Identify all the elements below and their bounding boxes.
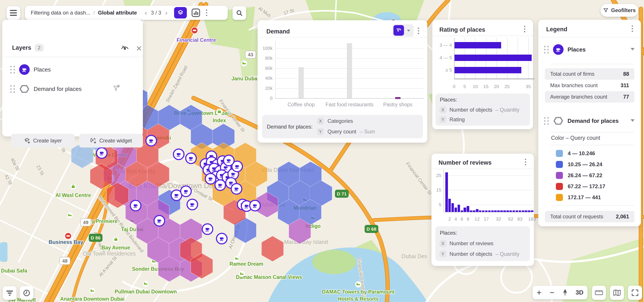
legend-demand-collapse[interactable] [630,119,634,122]
menu-button[interactable] [6,6,20,20]
metro-station-icon[interactable] [65,233,72,239]
ruler-button[interactable] [592,286,606,300]
place-marker[interactable] [224,155,234,166]
reviews-bar[interactable] [473,210,476,212]
place-marker[interactable] [250,200,260,211]
place-marker[interactable] [187,199,198,210]
lodging-poi-icon[interactable] [89,288,96,294]
reviews-bar[interactable] [522,210,524,212]
reviews-bar[interactable] [497,210,500,212]
reviews-bar[interactable] [476,209,478,212]
reviews-bar[interactable] [494,210,497,212]
layers-toggle-button[interactable] [174,7,187,19]
reviews-bar[interactable] [445,172,448,212]
time-filter-button[interactable] [20,286,34,300]
map-label: Ramee Dream [230,261,263,267]
reviews-bar[interactable] [464,208,466,212]
x-axis-chip: X [439,106,446,113]
metro-station-icon[interactable] [191,27,198,34]
drag-handle[interactable] [544,117,549,125]
reviews-bar[interactable] [516,210,518,212]
rating-xtick: 35 [524,84,533,89]
map-filter-button[interactable] [3,286,16,300]
reviews-bar[interactable] [491,210,494,212]
fullscreen-button[interactable] [628,286,642,300]
legend-demand-section[interactable]: Demand for places [544,115,619,127]
reviews-bar[interactable] [452,203,454,212]
close-layers-panel-button[interactable]: ✕ [136,44,142,53]
search-button[interactable] [232,6,246,20]
reviews-bar[interactable] [528,210,530,212]
reviews-bar[interactable] [467,206,469,212]
demand-bar[interactable] [347,43,352,98]
mode-3d-button[interactable]: 3D [576,289,584,296]
reviews-bar[interactable] [525,210,527,212]
drag-handle[interactable] [544,46,549,54]
map-label: Anantara Downtown Dubai [60,296,124,302]
prev-page-button[interactable]: ‹ [145,9,147,17]
reviews-bar[interactable] [503,210,506,212]
shopping-poi-icon[interactable] [216,109,222,115]
topbar-kebab-menu[interactable] [202,8,211,17]
lodging-poi-icon[interactable] [143,281,149,287]
place-marker[interactable] [130,200,141,211]
demand-bar[interactable] [298,67,304,98]
lodging-poi-icon[interactable] [355,281,361,287]
compass-button[interactable] [563,289,568,296]
reviews-bar[interactable] [512,210,515,212]
layer-filter-warning-icon[interactable] [112,84,120,94]
zoom-out-button[interactable]: − [550,288,554,297]
layer-row-places[interactable]: Places [10,64,51,75]
place-marker[interactable] [215,180,226,190]
reviews-bar[interactable] [510,210,512,212]
place-marker[interactable] [216,233,227,244]
drag-handle[interactable] [10,66,15,74]
reviews-bar[interactable] [448,199,451,212]
reviews-bar[interactable] [506,210,509,212]
reviews-bar[interactable] [479,210,482,212]
shopping-poi-icon[interactable] [113,236,119,243]
reviews-bar[interactable] [458,205,460,212]
place-marker[interactable] [174,149,184,160]
reviews-bar[interactable] [531,210,534,212]
legend-places-section[interactable]: Places [544,44,586,56]
layer-row-demand[interactable]: Demand for places [10,83,82,95]
rating-bar[interactable] [454,67,521,73]
legend-kebab-menu[interactable] [628,24,637,33]
reviews-bar[interactable] [485,210,488,212]
hide-all-layers-button[interactable] [121,45,129,52]
create-widget-button[interactable]: Create widget [79,134,143,147]
rating-bar[interactable] [454,55,532,61]
lodging-poi-icon[interactable] [239,271,245,277]
reviews-bar[interactable] [482,210,485,212]
place-marker[interactable] [154,216,165,226]
place-marker[interactable] [186,153,196,164]
lodging-poi-icon[interactable] [67,212,73,218]
shopping-poi-icon[interactable] [70,184,76,190]
place-marker[interactable] [96,148,107,158]
place-marker[interactable] [205,174,216,184]
breadcrumb[interactable]: Filtering data on a dash... [31,10,90,16]
drag-handle[interactable] [10,85,15,93]
reviews-bar[interactable] [519,210,521,212]
reviews-bar[interactable] [500,210,503,212]
reviews-bar[interactable] [461,210,463,212]
map-style-button[interactable] [610,286,624,300]
reviews-bar[interactable] [454,208,457,212]
widgets-button[interactable] [191,8,201,18]
reviews-bar[interactable] [488,210,491,212]
place-marker[interactable] [181,186,191,197]
lodging-poi-icon[interactable] [241,60,247,66]
geofilters-button[interactable]: Geofilters [600,4,638,17]
place-marker[interactable] [202,224,213,234]
rating-bar[interactable] [454,42,501,48]
next-page-button[interactable]: › [165,9,168,17]
create-layer-button[interactable]: Create layer [11,134,75,147]
lodging-poi-icon[interactable] [234,256,240,262]
place-marker[interactable] [231,184,242,194]
place-marker[interactable] [146,135,156,146]
reviews-bar[interactable] [470,210,472,212]
legend-places-collapse[interactable] [630,48,634,50]
demand-bar[interactable] [395,97,400,99]
zoom-in-button[interactable]: + [536,288,541,297]
